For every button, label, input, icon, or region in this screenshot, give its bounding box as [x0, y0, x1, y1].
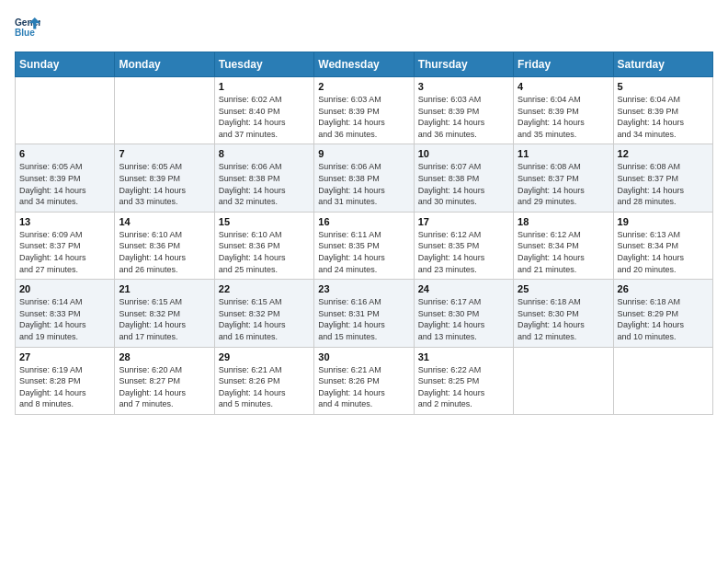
day-info: Sunrise: 6:13 AM Sunset: 8:34 PM Dayligh… [618, 229, 709, 275]
day-number: 23 [318, 283, 409, 294]
day-info: Sunrise: 6:03 AM Sunset: 8:39 PM Dayligh… [418, 94, 509, 140]
day-info: Sunrise: 6:19 AM Sunset: 8:28 PM Dayligh… [19, 364, 110, 410]
calendar-week-row: 27Sunrise: 6:19 AM Sunset: 8:28 PM Dayli… [16, 347, 713, 414]
day-number: 20 [19, 283, 110, 294]
day-info: Sunrise: 6:16 AM Sunset: 8:31 PM Dayligh… [318, 296, 409, 342]
calendar-day-cell: 14Sunrise: 6:10 AM Sunset: 8:36 PM Dayli… [115, 212, 214, 279]
day-number: 18 [518, 216, 609, 227]
day-info: Sunrise: 6:22 AM Sunset: 8:25 PM Dayligh… [418, 364, 509, 410]
day-info: Sunrise: 6:10 AM Sunset: 8:36 PM Dayligh… [219, 229, 310, 275]
calendar-week-row: 6Sunrise: 6:05 AM Sunset: 8:39 PM Daylig… [16, 144, 713, 212]
day-number: 11 [518, 148, 609, 159]
day-info: Sunrise: 6:04 AM Sunset: 8:39 PM Dayligh… [618, 94, 709, 140]
day-info: Sunrise: 6:10 AM Sunset: 8:36 PM Dayligh… [119, 229, 210, 275]
day-info: Sunrise: 6:06 AM Sunset: 8:38 PM Dayligh… [318, 161, 409, 207]
day-info: Sunrise: 6:03 AM Sunset: 8:39 PM Dayligh… [318, 94, 409, 140]
calendar-day-cell [16, 77, 115, 144]
day-number: 6 [19, 148, 110, 159]
day-number: 28 [119, 351, 210, 362]
calendar-day-cell: 7Sunrise: 6:05 AM Sunset: 8:39 PM Daylig… [115, 144, 214, 212]
page-header: General Blue [15, 15, 713, 40]
day-number: 8 [219, 148, 310, 159]
calendar-day-cell: 15Sunrise: 6:10 AM Sunset: 8:36 PM Dayli… [214, 212, 313, 279]
day-number: 30 [318, 351, 409, 362]
calendar-day-cell: 19Sunrise: 6:13 AM Sunset: 8:34 PM Dayli… [613, 212, 712, 279]
calendar-day-cell: 31Sunrise: 6:22 AM Sunset: 8:25 PM Dayli… [414, 347, 513, 414]
weekday-header-tuesday: Tuesday [214, 52, 313, 77]
calendar-day-cell: 26Sunrise: 6:18 AM Sunset: 8:29 PM Dayli… [613, 280, 712, 347]
calendar-day-cell: 11Sunrise: 6:08 AM Sunset: 8:37 PM Dayli… [514, 144, 613, 212]
weekday-header-friday: Friday [514, 52, 613, 77]
calendar-day-cell: 20Sunrise: 6:14 AM Sunset: 8:33 PM Dayli… [16, 280, 115, 347]
calendar-day-cell: 30Sunrise: 6:21 AM Sunset: 8:26 PM Dayli… [314, 347, 414, 414]
day-number: 15 [219, 216, 310, 227]
day-info: Sunrise: 6:15 AM Sunset: 8:32 PM Dayligh… [119, 296, 210, 342]
weekday-header-sunday: Sunday [16, 52, 115, 77]
calendar-day-cell [514, 347, 613, 414]
day-number: 22 [219, 283, 310, 294]
calendar-day-cell: 2Sunrise: 6:03 AM Sunset: 8:39 PM Daylig… [314, 77, 414, 144]
day-info: Sunrise: 6:20 AM Sunset: 8:27 PM Dayligh… [119, 364, 210, 410]
calendar-day-cell: 13Sunrise: 6:09 AM Sunset: 8:37 PM Dayli… [16, 212, 115, 279]
day-number: 19 [618, 216, 709, 227]
day-info: Sunrise: 6:12 AM Sunset: 8:35 PM Dayligh… [418, 229, 509, 275]
day-number: 21 [119, 283, 210, 294]
day-info: Sunrise: 6:07 AM Sunset: 8:38 PM Dayligh… [418, 161, 509, 207]
day-info: Sunrise: 6:18 AM Sunset: 8:30 PM Dayligh… [518, 296, 609, 342]
day-number: 29 [219, 351, 310, 362]
day-number: 3 [418, 81, 509, 92]
weekday-header-monday: Monday [115, 52, 214, 77]
calendar-day-cell: 9Sunrise: 6:06 AM Sunset: 8:38 PM Daylig… [314, 144, 414, 212]
calendar-day-cell: 18Sunrise: 6:12 AM Sunset: 8:34 PM Dayli… [514, 212, 613, 279]
weekday-header-thursday: Thursday [414, 52, 513, 77]
day-number: 31 [418, 351, 509, 362]
day-number: 10 [418, 148, 509, 159]
calendar-day-cell: 28Sunrise: 6:20 AM Sunset: 8:27 PM Dayli… [115, 347, 214, 414]
calendar-week-row: 13Sunrise: 6:09 AM Sunset: 8:37 PM Dayli… [16, 212, 713, 279]
day-number: 16 [318, 216, 409, 227]
calendar-week-row: 1Sunrise: 6:02 AM Sunset: 8:40 PM Daylig… [16, 77, 713, 144]
calendar-day-cell: 1Sunrise: 6:02 AM Sunset: 8:40 PM Daylig… [214, 77, 313, 144]
day-number: 12 [618, 148, 709, 159]
calendar-day-cell: 23Sunrise: 6:16 AM Sunset: 8:31 PM Dayli… [314, 280, 414, 347]
calendar-day-cell: 5Sunrise: 6:04 AM Sunset: 8:39 PM Daylig… [613, 77, 712, 144]
day-number: 26 [618, 283, 709, 294]
calendar-day-cell: 10Sunrise: 6:07 AM Sunset: 8:38 PM Dayli… [414, 144, 513, 212]
weekday-header-saturday: Saturday [613, 52, 712, 77]
day-number: 5 [618, 81, 709, 92]
calendar-day-cell: 16Sunrise: 6:11 AM Sunset: 8:35 PM Dayli… [314, 212, 414, 279]
day-number: 27 [19, 351, 110, 362]
day-info: Sunrise: 6:02 AM Sunset: 8:40 PM Dayligh… [219, 94, 310, 140]
calendar-table: SundayMondayTuesdayWednesdayThursdayFrid… [15, 52, 713, 415]
day-info: Sunrise: 6:08 AM Sunset: 8:37 PM Dayligh… [518, 161, 609, 207]
day-info: Sunrise: 6:04 AM Sunset: 8:39 PM Dayligh… [518, 94, 609, 140]
calendar-day-cell: 29Sunrise: 6:21 AM Sunset: 8:26 PM Dayli… [214, 347, 313, 414]
calendar-day-cell: 17Sunrise: 6:12 AM Sunset: 8:35 PM Dayli… [414, 212, 513, 279]
day-info: Sunrise: 6:21 AM Sunset: 8:26 PM Dayligh… [318, 364, 409, 410]
logo-icon: General Blue [15, 15, 40, 40]
calendar-day-cell: 12Sunrise: 6:08 AM Sunset: 8:37 PM Dayli… [613, 144, 712, 212]
calendar-day-cell: 6Sunrise: 6:05 AM Sunset: 8:39 PM Daylig… [16, 144, 115, 212]
day-number: 17 [418, 216, 509, 227]
day-number: 1 [219, 81, 310, 92]
day-number: 9 [318, 148, 409, 159]
day-info: Sunrise: 6:21 AM Sunset: 8:26 PM Dayligh… [219, 364, 310, 410]
day-info: Sunrise: 6:06 AM Sunset: 8:38 PM Dayligh… [219, 161, 310, 207]
day-info: Sunrise: 6:08 AM Sunset: 8:37 PM Dayligh… [618, 161, 709, 207]
day-number: 24 [418, 283, 509, 294]
day-info: Sunrise: 6:05 AM Sunset: 8:39 PM Dayligh… [119, 161, 210, 207]
day-info: Sunrise: 6:12 AM Sunset: 8:34 PM Dayligh… [518, 229, 609, 275]
weekday-header-row: SundayMondayTuesdayWednesdayThursdayFrid… [16, 52, 713, 77]
logo: General Blue [15, 15, 40, 40]
calendar-day-cell: 25Sunrise: 6:18 AM Sunset: 8:30 PM Dayli… [514, 280, 613, 347]
day-number: 4 [518, 81, 609, 92]
calendar-day-cell: 8Sunrise: 6:06 AM Sunset: 8:38 PM Daylig… [214, 144, 313, 212]
day-number: 14 [119, 216, 210, 227]
day-info: Sunrise: 6:05 AM Sunset: 8:39 PM Dayligh… [19, 161, 110, 207]
svg-text:Blue: Blue [15, 28, 35, 38]
calendar-day-cell: 22Sunrise: 6:15 AM Sunset: 8:32 PM Dayli… [214, 280, 313, 347]
calendar-day-cell: 3Sunrise: 6:03 AM Sunset: 8:39 PM Daylig… [414, 77, 513, 144]
day-info: Sunrise: 6:18 AM Sunset: 8:29 PM Dayligh… [618, 296, 709, 342]
calendar-day-cell: 4Sunrise: 6:04 AM Sunset: 8:39 PM Daylig… [514, 77, 613, 144]
day-info: Sunrise: 6:15 AM Sunset: 8:32 PM Dayligh… [219, 296, 310, 342]
